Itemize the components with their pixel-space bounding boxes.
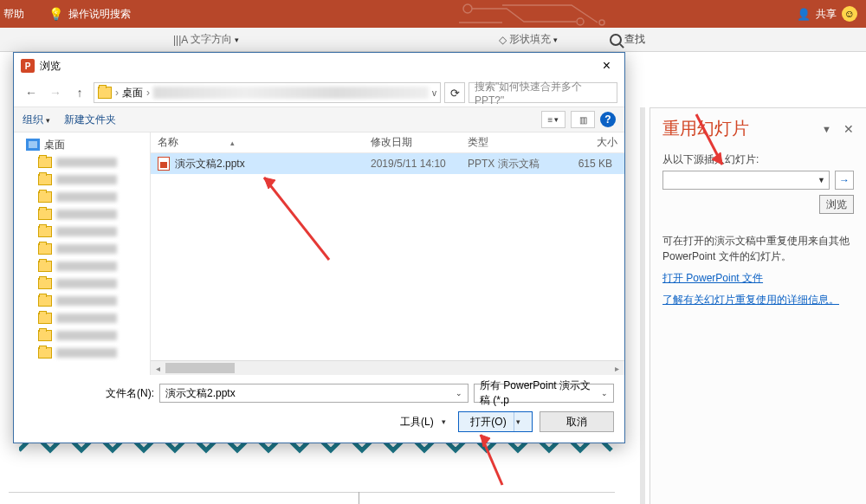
crumb-desktop[interactable]: 桌面 [122,86,143,100]
dialog-search-input[interactable]: 搜索"如何快速合并多个PPT?" [469,82,617,103]
reuse-slides-pane: 重用幻灯片 ▼ ✕ 从以下源插入幻灯片: ▼ → 浏览 可在打开的演示文稿中重复… [650,107,866,504]
tree-item-redacted[interactable] [56,175,117,184]
horizontal-scrollbar[interactable]: ◂ ▸ [151,360,624,375]
desktop-icon [26,139,40,151]
refresh-button[interactable]: ⟳ [444,82,465,103]
filename-label: 文件名(N): [24,386,154,401]
filename-value: 演示文稿2.pptx [165,386,236,401]
tree-desktop[interactable]: 桌面 [44,138,65,152]
folder-icon [38,347,52,359]
svg-point-1 [577,18,584,25]
file-date: 2019/5/11 14:10 [364,158,461,170]
share-button[interactable]: 共享 [816,7,837,22]
file-list-header[interactable]: 名称▴ 修改日期 类型 大小 [151,132,624,153]
cancel-button[interactable]: 取消 [540,411,614,432]
open-button[interactable]: 打开(O)▾ [458,411,533,432]
open-powerpoint-link[interactable]: 打开 PowerPoint 文件 [662,271,854,286]
file-type: PPTX 演示文稿 [461,157,556,171]
dialog-title: 浏览 [40,59,61,74]
go-button[interactable]: → [835,171,854,190]
tree-item-redacted[interactable] [56,313,117,323]
tree-item-redacted[interactable] [56,262,117,271]
col-date[interactable]: 修改日期 [364,135,461,150]
dialog-titlebar: P 浏览 × [14,53,624,79]
breadcrumb[interactable]: › 桌面 › v [94,82,441,103]
folder-icon [98,87,112,99]
bulb-icon: 💡 [48,7,63,21]
filename-input[interactable]: 演示文稿2.pptx ⌄ [159,384,469,403]
powerpoint-ribbon: |||A文字方向▾ ◇形状填充▾ 查找 [0,28,866,52]
crumb-redacted [153,87,429,99]
scroll-thumb[interactable] [165,363,235,373]
tree-item-redacted[interactable] [56,296,117,306]
source-input[interactable]: ▼ [662,171,830,190]
tree-item-redacted[interactable] [56,192,117,202]
dialog-nav: ← → ↑ › 桌面 › v ⟳ 搜索"如何快速合并多个PPT?" [14,79,624,107]
col-size[interactable]: 大小 [556,135,624,150]
powerpoint-titlebar: 帮助 💡 操作说明搜索 👤 共享 ☺ [0,0,866,28]
folder-icon [38,243,52,255]
file-row[interactable]: 演示文稿2.pptx 2019/5/11 14:10 PPTX 演示文稿 615… [151,153,624,174]
filter-value: 所有 PowerPoint 演示文稿 (*.p [480,378,601,408]
folder-icon [38,295,52,307]
file-list: 名称▴ 修改日期 类型 大小 演示文稿2.pptx 2019/5/11 14:1… [151,132,624,375]
share-icon: 👤 [797,8,811,21]
tell-me-search[interactable]: 操作说明搜索 [68,7,131,22]
pane-splitter[interactable] [640,107,645,504]
pane-close-button[interactable]: ✕ [843,122,854,136]
close-button[interactable]: × [596,56,617,75]
browse-dialog: P 浏览 × ← → ↑ › 桌面 › v ⟳ 搜索"如何快速合并多个PPT?"… [13,52,625,443]
divider [9,492,615,493]
folder-icon [38,209,52,220]
tools-dropdown[interactable]: 工具(L) ▾ [400,415,446,430]
file-name: 演示文稿2.pptx [175,157,245,171]
decorative-circuit [450,0,675,28]
shape-fill-dropdown[interactable]: ◇形状填充▾ [499,32,558,47]
nav-back[interactable]: ← [21,86,42,100]
divider [359,492,359,504]
pptx-file-icon [158,157,170,171]
view-mode-dropdown[interactable]: ≡ ▾ [541,111,565,128]
folder-icon [38,191,52,203]
chevron-down-icon: ⌄ [601,389,608,397]
nav-forward[interactable]: → [45,86,66,100]
powerpoint-icon: P [21,59,35,73]
folder-icon [38,174,52,185]
pane-title: 重用幻灯片 [662,117,749,140]
tree-item-redacted[interactable] [56,331,117,340]
organize-dropdown[interactable]: 组织 ▾ [23,113,50,127]
sort-indicator-icon: ▴ [230,139,235,147]
feedback-smile-icon[interactable]: ☺ [842,6,857,22]
preview-pane-toggle[interactable]: ▥ [571,111,595,128]
folder-tree[interactable]: 桌面 [14,132,151,375]
pane-menu-dropdown[interactable]: ▼ [822,124,831,134]
text-direction-dropdown[interactable]: |||A文字方向▾ [173,32,239,47]
tree-item-redacted[interactable] [56,210,117,219]
dialog-toolbar: 组织 ▾ 新建文件夹 ≡ ▾ ▥ ? [14,107,624,132]
help-tab[interactable]: 帮助 [3,7,24,22]
tree-item-redacted[interactable] [56,158,117,167]
tree-item-redacted[interactable] [56,227,117,236]
new-folder-button[interactable]: 新建文件夹 [64,113,116,127]
folder-icon [38,261,52,272]
folder-icon [38,226,52,237]
col-type[interactable]: 类型 [461,135,556,150]
nav-up[interactable]: ↑ [69,86,90,100]
tree-item-redacted[interactable] [56,279,117,288]
chevron-down-icon: ▼ [818,176,825,184]
tree-item-redacted[interactable] [56,244,117,254]
folder-icon [38,278,52,289]
learn-more-link[interactable]: 了解有关幻灯片重复使用的详细信息。 [662,293,854,307]
file-size: 615 KB [556,158,624,170]
scroll-left-icon[interactable]: ◂ [151,361,165,375]
tree-item-redacted[interactable] [56,348,117,358]
scroll-right-icon[interactable]: ▸ [610,361,624,375]
insert-from-label: 从以下源插入幻灯片: [662,152,854,167]
help-button[interactable]: ? [600,112,616,127]
col-name[interactable]: 名称 [158,135,178,150]
find-button[interactable]: 查找 [610,32,645,47]
file-filter-dropdown[interactable]: 所有 PowerPoint 演示文稿 (*.p ⌄ [474,384,614,403]
browse-button[interactable]: 浏览 [819,195,854,214]
svg-point-0 [463,4,472,13]
chevron-down-icon[interactable]: ⌄ [456,389,462,397]
